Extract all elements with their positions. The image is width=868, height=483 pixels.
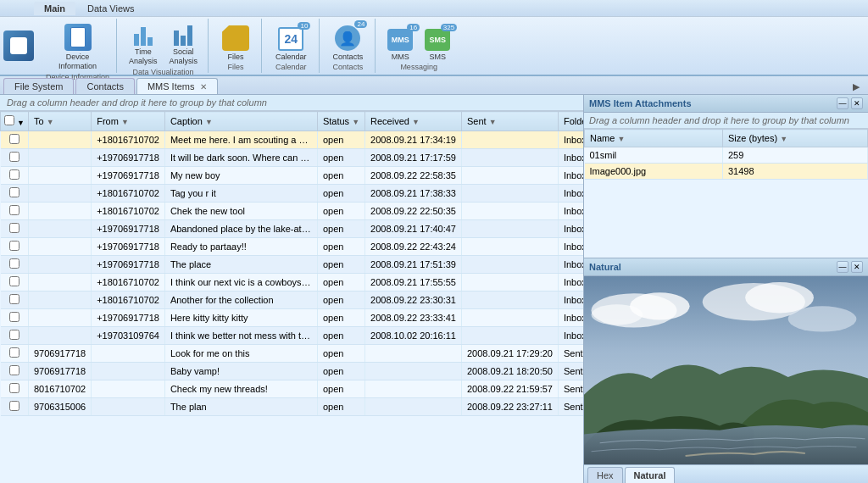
attachments-minimize-btn[interactable]: — — [837, 97, 849, 109]
cell-received — [365, 380, 462, 398]
mms-table-container[interactable]: ▼ To ▼ From ▼ Caption ▼ Status ▼ Receive… — [0, 111, 583, 483]
cell-to — [28, 149, 91, 167]
col-sent[interactable]: Sent ▼ — [462, 112, 559, 131]
time-analysis-button[interactable]: TimeAnalysis — [125, 22, 161, 68]
tab-file-system[interactable]: File System — [3, 78, 74, 94]
mms-table-row[interactable]: +18016710702 Meet me here. I am scouting… — [1, 131, 584, 149]
mms-table-row[interactable]: +19706917718 My new boy open 2008.09.22 … — [1, 167, 584, 185]
tab-natural[interactable]: Natural — [625, 467, 676, 483]
device-info-button[interactable]: DeviceInformation — [53, 22, 102, 73]
ribbon-group-label-contacts: Contacts — [333, 63, 364, 73]
mms-table-row[interactable]: +18016710702 Another for the collection … — [1, 291, 584, 309]
social-analysis-button[interactable]: SocialAnalysis — [166, 22, 202, 68]
mms-table-row[interactable]: +19706917718 Abandoned place by the lake… — [1, 220, 584, 238]
col-caption[interactable]: Caption ▼ — [164, 112, 317, 131]
col-select[interactable]: ▼ — [1, 112, 29, 131]
tab-contacts[interactable]: Contacts — [75, 78, 134, 94]
cell-select[interactable] — [1, 238, 29, 256]
cell-status: open — [317, 167, 364, 185]
row-checkbox[interactable] — [9, 347, 19, 358]
row-checkbox[interactable] — [9, 276, 19, 286]
tab-hex[interactable]: Hex — [587, 467, 623, 483]
files-button[interactable]: Files — [217, 24, 254, 63]
mms-table-row[interactable]: 9706315006 The plan open 2008.09.22 23:2… — [1, 398, 584, 416]
col-folder[interactable]: Folder ▼ — [558, 112, 583, 131]
cell-select[interactable] — [1, 291, 29, 309]
row-checkbox[interactable] — [9, 330, 19, 340]
tab-main[interactable]: Main — [34, 2, 75, 15]
mms-table-row[interactable]: +19706917718 Here kitty kitty kitty open… — [1, 309, 584, 327]
col-status[interactable]: Status ▼ — [317, 112, 364, 131]
row-checkbox[interactable] — [9, 205, 19, 215]
mms-badge: 16 — [407, 24, 420, 31]
tab-overflow-btn[interactable]: ▶ — [848, 80, 865, 94]
tab-mms-items[interactable]: MMS Items ✕ — [136, 78, 218, 94]
cell-folder: Inbox — [558, 291, 583, 309]
cell-select[interactable] — [1, 149, 29, 167]
select-all-checkbox[interactable] — [4, 115, 14, 125]
row-checkbox[interactable] — [9, 223, 19, 233]
att-col-size[interactable]: Size (bytes) ▼ — [722, 130, 867, 147]
mms-table-row[interactable]: 9706917718 Baby vamp! open 2008.09.21 18… — [1, 363, 584, 380]
att-table-row[interactable]: Image000.jpg 31498 — [585, 164, 868, 180]
cell-status: open — [317, 398, 364, 416]
sms-icon: SMS — [425, 29, 450, 51]
ribbon-group-datavis: TimeAnalysis SocialAnalysis Data Visuali… — [119, 19, 209, 73]
cell-select[interactable] — [1, 309, 29, 327]
mms-table-row[interactable]: +18016710702 Chek the new tool open 2008… — [1, 203, 584, 220]
row-checkbox[interactable] — [9, 312, 19, 322]
mms-button[interactable]: MMS 16 MMS — [384, 27, 416, 63]
cell-select[interactable] — [1, 220, 29, 238]
row-checkbox[interactable] — [9, 383, 19, 393]
row-checkbox[interactable] — [9, 294, 19, 304]
mms-table-row[interactable]: +19706917718 Ready to partaay!! open 200… — [1, 238, 584, 256]
cell-select[interactable] — [1, 345, 29, 363]
row-checkbox[interactable] — [9, 187, 19, 197]
row-checkbox[interactable] — [9, 152, 19, 162]
cell-select[interactable] — [1, 185, 29, 203]
ribbon-group-files: Files Files — [210, 19, 262, 73]
contacts-button[interactable]: 👤 24 Contacts — [328, 24, 369, 63]
cell-select[interactable] — [1, 363, 29, 380]
col-to[interactable]: To ▼ — [28, 112, 91, 131]
attachments-close-btn[interactable]: ✕ — [851, 97, 863, 109]
mms-list-panel: Drag a column header and drop it here to… — [0, 95, 584, 483]
cell-select[interactable] — [1, 167, 29, 185]
cell-select[interactable] — [1, 274, 29, 291]
sms-button[interactable]: SMS 325 SMS — [421, 27, 453, 63]
tab-data-views[interactable]: Data Views — [77, 2, 144, 15]
att-cell-size: 259 — [722, 147, 867, 164]
mms-items-close-btn[interactable]: ✕ — [200, 82, 207, 92]
att-table-row[interactable]: 01smil 259 — [585, 147, 868, 164]
image-close-btn[interactable]: ✕ — [851, 261, 863, 273]
row-checkbox[interactable] — [9, 241, 19, 251]
row-checkbox[interactable] — [9, 365, 19, 375]
mms-table-row[interactable]: +19703109764 I think we better not mess … — [1, 327, 584, 345]
row-checkbox[interactable] — [9, 169, 19, 180]
cell-select[interactable] — [1, 131, 29, 149]
mms-table-row[interactable]: +19706917718 It will be dark soon. Where… — [1, 149, 584, 167]
row-checkbox[interactable] — [9, 258, 19, 269]
cell-select[interactable] — [1, 256, 29, 274]
col-received[interactable]: Received ▼ — [365, 112, 462, 131]
mms-table-row[interactable]: 8016710702 Check my new threads! open 20… — [1, 380, 584, 398]
cell-folder: Sent — [558, 380, 583, 398]
att-table-container[interactable]: Name ▼ Size (bytes) ▼ 01smil 259 Image00… — [584, 129, 868, 258]
mms-table-row[interactable]: +19706917718 The place open 2008.09.21 1… — [1, 256, 584, 274]
image-minimize-btn[interactable]: — — [837, 261, 849, 273]
cell-sent — [462, 185, 559, 203]
cell-select[interactable] — [1, 380, 29, 398]
cell-select[interactable] — [1, 203, 29, 220]
cell-select[interactable] — [1, 398, 29, 416]
mms-table-row[interactable]: 9706917718 Look for me on this open 2008… — [1, 345, 584, 363]
mms-table-row[interactable]: +18016710702 I think our next vic is a c… — [1, 274, 584, 291]
row-checkbox[interactable] — [9, 134, 19, 144]
mms-table-row[interactable]: +18016710702 Tag you r it open 2008.09.2… — [1, 185, 584, 203]
col-from[interactable]: From ▼ — [92, 112, 165, 131]
top-bar: Main Data Views DeviceInformation Device… — [0, 0, 868, 76]
cell-select[interactable] — [1, 327, 29, 345]
calendar-button[interactable]: 24 10 Calendar — [270, 25, 312, 63]
row-checkbox[interactable] — [9, 401, 19, 411]
ribbon-group-label-files: Files — [228, 63, 244, 73]
att-col-name[interactable]: Name ▼ — [585, 130, 723, 147]
